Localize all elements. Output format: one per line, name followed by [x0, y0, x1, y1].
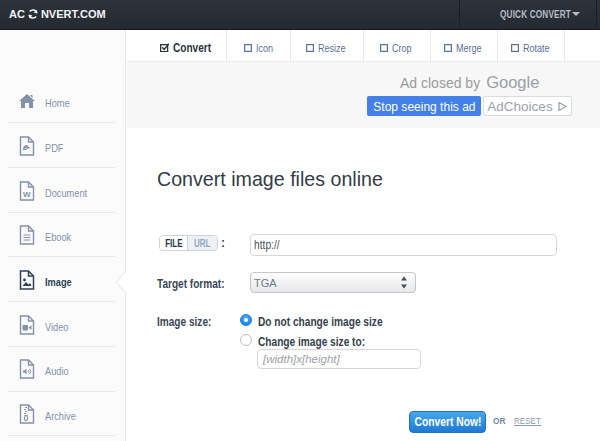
svg-text:W: W	[23, 190, 31, 199]
